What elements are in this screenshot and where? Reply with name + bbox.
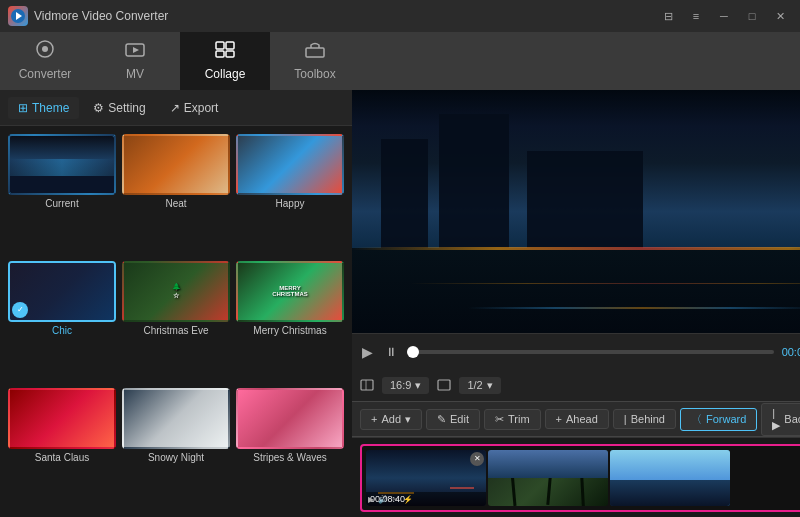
- backward-label: Backward: [784, 413, 800, 425]
- preview-bottom-bar: 16:9 ▾ 1/2 ▾ Export: [352, 369, 800, 401]
- toolbar: + Add ▾ ✎ Edit ✂ Trim + Ahead | Behind 〈: [352, 401, 800, 437]
- theme-item-neat[interactable]: Neat: [122, 134, 230, 255]
- theme-selected-check: ✓: [12, 302, 28, 318]
- edit-button[interactable]: ✎ Edit: [426, 409, 480, 430]
- theme-thumb-santa-claus: [8, 388, 116, 449]
- edit-icon: ✎: [437, 413, 446, 426]
- forward-icon: 〈: [691, 412, 702, 427]
- sub-tab-theme[interactable]: ⊞ Theme: [8, 97, 79, 119]
- setting-tab-icon: ⚙: [93, 101, 104, 115]
- theme-label-neat: Neat: [165, 198, 186, 209]
- ahead-icon: +: [556, 413, 562, 425]
- sub-tabs: ⊞ Theme ⚙ Setting ↗ Export: [0, 90, 352, 126]
- titlebar-controls: ⊟ ≡ ─ □ ✕: [656, 6, 792, 26]
- tab-toolbox[interactable]: Toolbox: [270, 32, 360, 90]
- behind-icon: |: [624, 413, 627, 425]
- add-dropdown-icon: ▾: [405, 413, 411, 426]
- add-button[interactable]: + Add ▾: [360, 409, 422, 430]
- maximize-button[interactable]: □: [740, 6, 764, 26]
- titlebar-left: Vidmore Video Converter: [8, 6, 168, 26]
- pause-button[interactable]: ⏸: [383, 343, 399, 361]
- clip-action-icons: ▶ 🔊 ✂ ⚡: [368, 495, 413, 504]
- theme-label-christmas-eve: Christmas Eve: [143, 325, 208, 336]
- clip-item-3[interactable]: [610, 450, 730, 506]
- trim-icon: ✂: [495, 413, 504, 426]
- theme-item-snowy-night[interactable]: Snowy Night: [122, 388, 230, 509]
- ratio-icon: [360, 378, 374, 392]
- chat-icon[interactable]: ⊟: [656, 6, 680, 26]
- theme-thumb-chic: ✓: [8, 261, 116, 322]
- theme-thumb-snowy-night: [122, 388, 230, 449]
- converter-icon: [34, 40, 56, 63]
- close-button[interactable]: ✕: [768, 6, 792, 26]
- toolbox-label: Toolbox: [294, 67, 335, 81]
- theme-label-stripes-waves: Stripes & Waves: [253, 452, 327, 463]
- forward-button[interactable]: 〈 Forward: [680, 408, 757, 431]
- trim-label: Trim: [508, 413, 530, 425]
- svg-rect-5: [216, 42, 224, 49]
- time-display: 00:00:00.00/00:09:41.23: [782, 346, 800, 358]
- clip-play-icon: ▶: [368, 495, 374, 504]
- theme-item-merry-christmas[interactable]: MERRYCHRISTMAS Merry Christmas: [236, 261, 344, 382]
- toolbox-icon: [304, 40, 326, 63]
- forward-label: Forward: [706, 413, 746, 425]
- export-tab-icon: ↗: [170, 101, 180, 115]
- progress-bar[interactable]: [407, 350, 774, 354]
- theme-item-happy[interactable]: Happy: [236, 134, 344, 255]
- collage-icon: [214, 40, 236, 63]
- nav-tabs: Converter MV Collage Toolb: [0, 32, 800, 90]
- theme-thumb-merry-christmas: MERRYCHRISTMAS: [236, 261, 344, 322]
- ratio-select[interactable]: 16:9 ▾: [382, 377, 429, 394]
- app-logo: [8, 6, 28, 26]
- preview-area: [352, 90, 800, 333]
- theme-tab-icon: ⊞: [18, 101, 28, 115]
- tab-mv[interactable]: MV: [90, 32, 180, 90]
- clip-main-1: ✕ 00:08:40 ▶ 🔊 ✂ ⚡: [366, 450, 486, 506]
- theme-label-santa-claus: Santa Claus: [35, 452, 89, 463]
- svg-rect-7: [216, 51, 224, 57]
- resolution-select[interactable]: 1/2 ▾: [459, 377, 500, 394]
- theme-item-santa-claus[interactable]: Santa Claus: [8, 388, 116, 509]
- clip-item-2[interactable]: [488, 450, 608, 506]
- theme-item-chic[interactable]: ✓ Chic: [8, 261, 116, 382]
- menu-icon[interactable]: ≡: [684, 6, 708, 26]
- trim-button[interactable]: ✂ Trim: [484, 409, 541, 430]
- tab-converter[interactable]: Converter: [0, 32, 90, 90]
- theme-item-current[interactable]: Current: [8, 134, 116, 255]
- ahead-label: Ahead: [566, 413, 598, 425]
- theme-item-christmas-eve[interactable]: 🌲☆ Christmas Eve: [122, 261, 230, 382]
- app-title: Vidmore Video Converter: [34, 9, 168, 23]
- svg-rect-9: [306, 48, 324, 57]
- svg-rect-12: [438, 380, 450, 390]
- ratio-value: 16:9: [390, 379, 411, 391]
- right-panel: ▶ ⏸ 00:00:00.00/00:09:41.23 🔊 16:9 ▾: [352, 90, 800, 517]
- play-button[interactable]: ▶: [360, 342, 375, 362]
- clip-effect-icon: ⚡: [403, 495, 413, 504]
- backward-button[interactable]: |▶ Backward: [761, 403, 800, 436]
- theme-thumb-christmas-eve: 🌲☆: [122, 261, 230, 322]
- timeline: ✕ 00:08:40 ▶ 🔊 ✂ ⚡: [352, 437, 800, 517]
- theme-thumb-current: [8, 134, 116, 195]
- theme-tab-label: Theme: [32, 101, 69, 115]
- clip-item-1[interactable]: ✕ 00:08:40 ▶ 🔊 ✂ ⚡: [366, 450, 486, 506]
- theme-item-stripes-waves[interactable]: Stripes & Waves: [236, 388, 344, 509]
- backward-icon: |▶: [772, 407, 780, 432]
- collage-label: Collage: [205, 67, 246, 81]
- add-icon: +: [371, 413, 377, 425]
- mv-icon: [124, 40, 146, 63]
- titlebar: Vidmore Video Converter ⊟ ≡ ─ □ ✕: [0, 0, 800, 32]
- progress-handle[interactable]: [407, 346, 419, 358]
- svg-rect-10: [361, 380, 373, 390]
- theme-label-current: Current: [45, 198, 78, 209]
- sub-tab-export[interactable]: ↗ Export: [160, 97, 229, 119]
- mv-label: MV: [126, 67, 144, 81]
- export-tab-label: Export: [184, 101, 219, 115]
- ahead-button[interactable]: + Ahead: [545, 409, 609, 429]
- minimize-button[interactable]: ─: [712, 6, 736, 26]
- svg-point-3: [42, 46, 48, 52]
- theme-thumb-neat: [122, 134, 230, 195]
- behind-button[interactable]: | Behind: [613, 409, 676, 429]
- sub-tab-setting[interactable]: ⚙ Setting: [83, 97, 155, 119]
- clip-close-1[interactable]: ✕: [470, 452, 484, 466]
- tab-collage[interactable]: Collage: [180, 32, 270, 90]
